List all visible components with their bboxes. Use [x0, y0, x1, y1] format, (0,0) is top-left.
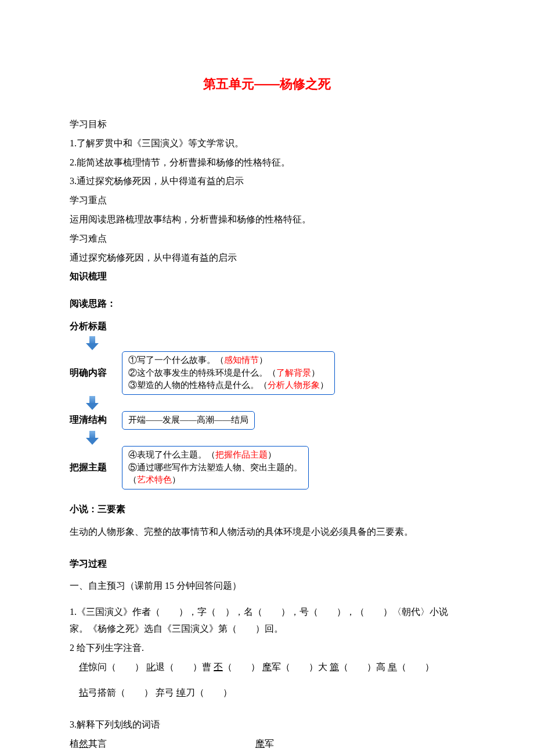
page-title: 第五单元——杨修之死	[70, 75, 464, 93]
novel-body: 生动的人物形象、完整的故事情节和人物活动的具体环境是小说必须具备的三要素。	[70, 524, 464, 541]
focus-body: 运用阅读思路梳理故事结构，分析曹操和杨修的性格特征。	[70, 211, 464, 228]
difficulty-body: 通过探究杨修死因，从中得道有益的启示	[70, 250, 464, 267]
question-2-line-2: 拈弓搭箭（ ） 弃弓 绰刀（ ）	[70, 685, 464, 701]
process-heading: 学习过程	[70, 556, 464, 573]
question-2-heading: 2 给下列生字注音.	[70, 640, 464, 657]
focus-heading: 学习重点	[70, 192, 464, 209]
diagram-step-1: 分析标题	[70, 318, 122, 335]
diagram-box-structure: 开端——发展——高潮——结局	[122, 411, 255, 430]
diagram-step-3: 理清结构	[70, 412, 122, 429]
arrow-down-icon	[86, 396, 99, 410]
novel-heading: 小说：三要素	[70, 501, 464, 518]
reading-heading: 阅读思路：	[70, 296, 464, 312]
question-1: 1.《三国演义》作者（ ），字（ ），名（ ），号（ ），（ ）〈朝代〉小说家。…	[70, 604, 464, 638]
diagram-box-theme: ④表现了什么主题。（把握作品主题） ⑤通过哪些写作方法塑造人物、突出主题的。 （…	[122, 446, 309, 489]
diagram-step-2: 明确内容	[70, 365, 122, 381]
arrow-down-icon	[86, 336, 99, 350]
goal-1: 1.了解罗贯中和《三国演义》等文学常识。	[70, 135, 464, 152]
goal-3: 3.通过探究杨修死因，从中得道有益的启示	[70, 173, 464, 190]
goals-heading: 学习目标	[70, 116, 464, 133]
arrow-down-icon	[86, 431, 99, 445]
diagram-step-4: 把握主题	[70, 459, 122, 476]
question-3-heading: 3.解释下列划线的词语	[70, 717, 464, 733]
reading-diagram: 分析标题 明确内容 ①写了一个什么故事。（感知情节） ②这个故事发生的特殊环境是…	[70, 318, 464, 489]
goal-2: 2.能简述故事梳理情节，分析曹操和杨修的性格特征。	[70, 154, 464, 171]
preview-heading: 一、自主预习（课前用 15 分钟回答问题）	[70, 578, 464, 595]
knowledge-heading: 知识梳理	[70, 268, 464, 285]
difficulty-heading: 学习难点	[70, 231, 464, 247]
diagram-box-content: ①写了一个什么故事。（感知情节） ②这个故事发生的特殊环境是什么。（了解背景） …	[122, 351, 335, 395]
question-2-line-1: 佯惊问（ ） 叱退（ ）曹 丕（ ） 麾军（ ）大 簏（ ）高 阜（ ）	[70, 659, 464, 676]
question-3-columns: 植然其言 愈恶之 但操有问 叱退 麾军 高阜 拈弓搭箭 弃弓绰刀	[70, 736, 464, 756]
